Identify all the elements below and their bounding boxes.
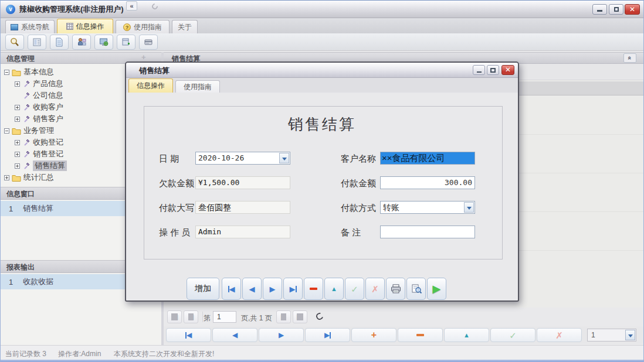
add-button[interactable]: 增加 bbox=[187, 278, 219, 300]
dialog-tab-user-guide[interactable]: 使用指南 bbox=[175, 80, 220, 93]
prev-record-button[interactable]: ◀ bbox=[242, 278, 262, 300]
print-button[interactable] bbox=[386, 278, 405, 300]
collapse-box-icon[interactable] bbox=[4, 70, 9, 75]
page-number-input[interactable] bbox=[213, 311, 236, 323]
dialog-tabbar: 信息操作 使用指南 bbox=[126, 78, 518, 93]
tree-node-label: 销售结算 bbox=[33, 160, 67, 171]
tree-node-label: 销售客户 bbox=[33, 114, 63, 124]
record-last-button[interactable]: ▶ bbox=[305, 328, 350, 342]
debt-field[interactable]: ¥1,500.00 bbox=[195, 176, 290, 189]
tab-about[interactable]: 关于 bbox=[172, 20, 198, 33]
search-button[interactable] bbox=[5, 35, 24, 50]
record-first-button[interactable]: ◀ bbox=[166, 328, 211, 342]
add-icon-disabled: + bbox=[141, 53, 146, 62]
tab-user-guide[interactable]: ? 使用指南 bbox=[116, 20, 170, 33]
sales-settlement-dialog: 销售结算 ✕ 信息操作 使用指南 销售结算 日 期 2020-10-26 客户名… bbox=[125, 62, 519, 302]
panel-collapse-up-button[interactable]: « bbox=[623, 53, 636, 63]
record-add-button[interactable]: + bbox=[351, 328, 396, 342]
page-prev-button[interactable]: ◀ bbox=[184, 310, 198, 323]
method-value: 转账 bbox=[383, 203, 399, 212]
dialog-titlebar[interactable]: 销售结算 ✕ bbox=[126, 63, 518, 78]
triangle-up-icon: ▲ bbox=[331, 286, 337, 292]
print-preview-button[interactable] bbox=[406, 278, 426, 300]
chevron-down-icon[interactable] bbox=[625, 330, 635, 340]
expand-box-icon[interactable] bbox=[15, 152, 20, 157]
chevron-down-icon[interactable] bbox=[464, 202, 474, 213]
document-icon bbox=[54, 37, 65, 47]
page-last-button[interactable]: ▶ bbox=[293, 310, 307, 323]
remark-field[interactable] bbox=[380, 226, 475, 238]
expand-box-icon[interactable] bbox=[15, 105, 20, 110]
document-button[interactable] bbox=[50, 35, 69, 50]
item-index: 1 bbox=[1, 204, 23, 213]
dialog-title: 销售结算 bbox=[139, 66, 170, 76]
expand-box-icon[interactable] bbox=[15, 163, 20, 169]
record-count-select[interactable]: 1 bbox=[587, 329, 636, 341]
sidebar-collapse-button[interactable]: « bbox=[126, 1, 137, 11]
tree-node-label: 统计汇总 bbox=[23, 172, 54, 183]
edit-button[interactable]: ▲ bbox=[324, 278, 344, 300]
tab-system-navigation[interactable]: 系统导航 bbox=[5, 20, 55, 33]
expand-box-icon[interactable] bbox=[15, 81, 20, 87]
delete-button[interactable] bbox=[304, 278, 323, 300]
payment-field[interactable]: 300.00 bbox=[380, 176, 475, 189]
payment-value: 300.00 bbox=[445, 178, 472, 187]
card-button[interactable] bbox=[139, 35, 158, 50]
tree-node-label: 业务管理 bbox=[23, 125, 54, 136]
next-record-button[interactable]: ▶ bbox=[263, 278, 282, 300]
record-next-button[interactable]: ▶ bbox=[259, 328, 304, 342]
dialog-minimize-button[interactable] bbox=[473, 65, 485, 75]
database-add-button[interactable] bbox=[117, 35, 135, 50]
operator-field[interactable]: Admin bbox=[195, 226, 290, 238]
page-prefix-label: 第 bbox=[204, 313, 211, 323]
user-button[interactable] bbox=[72, 35, 91, 50]
dialog-maximize-button[interactable] bbox=[487, 65, 499, 75]
tab-label: 信息操作 bbox=[137, 81, 165, 91]
caps-field[interactable]: 叁佰圆整 bbox=[195, 201, 290, 214]
method-combobox[interactable]: 转账 bbox=[380, 201, 475, 214]
tool-icon bbox=[22, 91, 30, 100]
page-next-button[interactable]: ▶ bbox=[276, 310, 291, 323]
expand-box-icon[interactable] bbox=[15, 117, 20, 122]
sidebar-header-label: 信息管理 bbox=[6, 54, 35, 64]
report-output-header-label: 报表输出 bbox=[6, 263, 35, 271]
triangle-up-icon: ▲ bbox=[463, 332, 470, 339]
help-icon: ? bbox=[123, 23, 131, 31]
customer-value: ××食品有限公司 bbox=[382, 153, 445, 163]
tab-label: 使用指南 bbox=[134, 22, 162, 32]
refresh-icon[interactable] bbox=[315, 312, 324, 321]
last-record-button[interactable]: ▶ bbox=[283, 278, 303, 300]
tree-node-label: 公司信息 bbox=[33, 90, 63, 101]
record-delete-button[interactable] bbox=[398, 328, 443, 342]
record-edit-button[interactable]: ▲ bbox=[444, 328, 489, 342]
page-first-button[interactable]: ◀ bbox=[167, 310, 182, 323]
first-record-button[interactable]: ◀ bbox=[222, 278, 241, 300]
user-icon bbox=[76, 37, 87, 47]
tab-label: 使用指南 bbox=[184, 82, 212, 92]
cancel-button[interactable]: ✗ bbox=[365, 278, 385, 300]
customer-field[interactable]: ××食品有限公司 bbox=[380, 152, 475, 165]
confirm-button[interactable]: ✓ bbox=[345, 278, 364, 300]
run-button[interactable]: ▶ bbox=[427, 278, 446, 300]
date-value: 2020-10-26 bbox=[198, 153, 244, 162]
chevron-down-icon[interactable] bbox=[279, 153, 289, 163]
monitor-button[interactable] bbox=[94, 35, 113, 50]
collapse-box-icon[interactable] bbox=[4, 128, 9, 134]
window-restore-button[interactable] bbox=[609, 4, 623, 15]
record-cancel-button[interactable]: ✗ bbox=[537, 328, 582, 342]
x-icon: ✗ bbox=[371, 285, 379, 293]
window-titlebar: v 辣椒收购管理系统(非注册用户) ✕ bbox=[1, 1, 643, 18]
tab-info-operation[interactable]: 信息操作 bbox=[57, 19, 113, 33]
dialog-tab-info-operation[interactable]: 信息操作 bbox=[128, 78, 173, 93]
form-button[interactable] bbox=[28, 35, 46, 50]
item-label: 销售结算 bbox=[23, 203, 53, 214]
record-confirm-button[interactable]: ✓ bbox=[490, 328, 535, 342]
record-prev-button[interactable]: ◀ bbox=[212, 328, 257, 342]
expand-box-icon[interactable] bbox=[15, 140, 20, 145]
dialog-close-button[interactable]: ✕ bbox=[501, 65, 514, 75]
date-combobox[interactable]: 2020-10-26 bbox=[195, 152, 290, 165]
window-close-button[interactable]: ✕ bbox=[625, 4, 640, 15]
payment-label: 付款金额 bbox=[341, 178, 376, 189]
expand-box-icon[interactable] bbox=[4, 175, 9, 180]
window-minimize-button[interactable] bbox=[592, 4, 607, 15]
